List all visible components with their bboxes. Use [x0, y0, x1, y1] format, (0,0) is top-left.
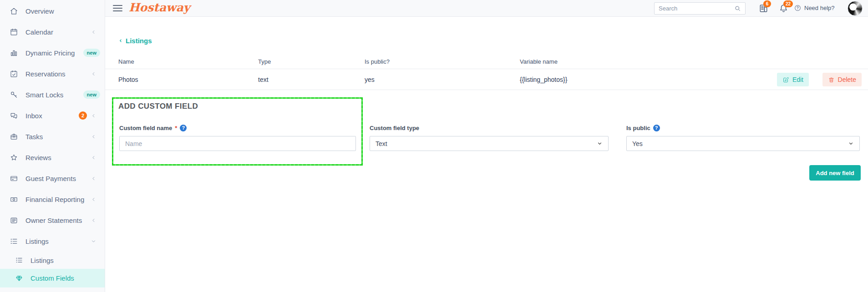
- help-circle-icon: [794, 4, 802, 12]
- chevron-left-icon[interactable]: [91, 134, 96, 140]
- sidebar-item-label: Tasks: [25, 133, 43, 141]
- sidebar-item-label: Dynamic Pricing: [25, 49, 75, 57]
- sidebar-item-custom-fields-sub[interactable]: Custom Fields: [0, 269, 105, 287]
- notifications-badge: 22: [783, 0, 793, 7]
- list-icon: [15, 256, 23, 264]
- building-icon-button[interactable]: 6: [758, 3, 769, 14]
- new-badge: new: [83, 91, 100, 99]
- sidebar-item-tasks[interactable]: Tasks: [0, 126, 105, 147]
- add-new-field-button[interactable]: Add new field: [809, 165, 861, 181]
- gem-icon: [15, 274, 23, 282]
- main-content: Listings Name Type Is public? Variable n…: [105, 17, 868, 292]
- search-input[interactable]: [655, 5, 734, 12]
- help-tooltip-icon[interactable]: ?: [180, 125, 187, 131]
- custom-field-type-label: Custom field type: [370, 124, 609, 131]
- building-badge: 6: [763, 0, 771, 7]
- sidebar-item-financial-reporting[interactable]: Financial Reporting: [0, 189, 105, 210]
- column-header-name: Name: [118, 58, 134, 65]
- sidebar-item-label: Owner Statements: [25, 216, 82, 224]
- sidebar-item-reservations[interactable]: Reservations: [0, 63, 105, 84]
- sidebar-item-label: Listings: [30, 257, 54, 264]
- sidebar-item-calendar[interactable]: Calendar: [0, 21, 105, 42]
- user-avatar[interactable]: [848, 1, 863, 16]
- delete-button[interactable]: Delete: [822, 73, 862, 86]
- sidebar-item-guest-payments[interactable]: Guest Payments: [0, 168, 105, 189]
- hamburger-menu-icon[interactable]: [113, 5, 122, 11]
- is-public-group: Is public ? Yes: [626, 124, 860, 151]
- sidebar-item-dynamic-pricing[interactable]: Dynamic Pricing new: [0, 42, 105, 63]
- sidebar-item-label: Overview: [25, 7, 54, 15]
- sidebar-item-label: Custom Fields: [30, 274, 74, 282]
- search-icon[interactable]: [734, 5, 741, 12]
- calendar-icon: [10, 28, 18, 36]
- column-header-is-public: Is public?: [365, 58, 390, 65]
- sidebar-item-label: Reviews: [25, 154, 51, 161]
- required-asterisk: *: [175, 125, 177, 131]
- chevron-down-icon: [597, 141, 603, 146]
- sidebar-item-label: Reservations: [25, 70, 66, 78]
- cell-is-public: yes: [365, 76, 375, 83]
- back-to-listings-link[interactable]: Listings: [118, 37, 152, 45]
- column-header-variable-name: Variable name: [520, 58, 558, 65]
- sidebar-item-inbox[interactable]: Inbox 2: [0, 105, 105, 126]
- list-icon: [10, 237, 18, 246]
- add-custom-field-title: ADD CUSTOM FIELD: [118, 102, 198, 111]
- table-row: Photos text yes {{listing_photos}} Edit …: [105, 69, 868, 90]
- chevron-down-icon: [848, 141, 854, 146]
- card-icon: [10, 174, 18, 183]
- chevron-left-icon[interactable]: [91, 217, 96, 223]
- delete-button-label: Delete: [838, 76, 856, 83]
- is-public-select[interactable]: Yes: [626, 136, 860, 151]
- selected-value: Text: [376, 140, 387, 147]
- topbar: Hostaway 6 22 Need help?: [105, 0, 868, 17]
- sidebar-item-overview[interactable]: Overview: [0, 0, 105, 21]
- chevron-left-icon[interactable]: [91, 113, 96, 119]
- star-icon: [10, 153, 18, 162]
- edit-pencil-icon: [782, 76, 789, 83]
- briefcase-icon: [10, 132, 18, 141]
- hostaway-logo[interactable]: Hostaway: [129, 1, 190, 14]
- unread-count-badge: 2: [79, 111, 87, 120]
- sidebar-item-reviews[interactable]: Reviews: [0, 147, 105, 168]
- cell-type: text: [258, 76, 269, 83]
- global-search: [654, 2, 746, 15]
- sidebar-item-owner-statements[interactable]: Owner Statements: [0, 210, 105, 231]
- custom-field-name-input[interactable]: [119, 136, 356, 151]
- back-link-label: Listings: [126, 37, 152, 45]
- sidebar-item-label: Smart Locks: [25, 91, 63, 99]
- need-help-button[interactable]: Need help?: [794, 4, 835, 12]
- chevron-left-icon[interactable]: [91, 71, 96, 77]
- custom-field-type-select[interactable]: Text: [370, 136, 609, 151]
- edit-button[interactable]: Edit: [777, 73, 809, 86]
- help-tooltip-icon[interactable]: ?: [653, 125, 660, 131]
- home-icon: [10, 7, 18, 15]
- chevron-down-icon[interactable]: [91, 238, 96, 244]
- sidebar-item-label: Financial Reporting: [25, 196, 84, 203]
- chevron-left-icon[interactable]: [91, 196, 96, 202]
- sidebar-item-listings-sub[interactable]: Listings: [0, 252, 105, 269]
- chevron-left-icon[interactable]: [91, 29, 96, 35]
- sidebar-item-label: Guest Payments: [25, 175, 76, 182]
- trash-icon: [828, 76, 835, 83]
- edit-button-label: Edit: [792, 76, 803, 83]
- column-header-type: Type: [258, 58, 271, 65]
- chevron-left-icon[interactable]: [91, 155, 96, 161]
- chevron-left-icon[interactable]: [91, 176, 96, 181]
- sidebar-item-listings[interactable]: Listings: [0, 231, 105, 252]
- sidebar-item-smart-locks[interactable]: Smart Locks new: [0, 84, 105, 105]
- sidebar-item-label: Inbox: [25, 112, 42, 120]
- custom-field-name-group: Custom field name * ?: [119, 124, 356, 151]
- custom-field-name-label: Custom field name * ?: [119, 124, 356, 131]
- money-icon: [10, 195, 18, 204]
- cell-variable-name: {{listing_photos}}: [520, 76, 567, 83]
- sidebar-item-label: Calendar: [25, 28, 53, 36]
- key-icon: [10, 91, 18, 99]
- cell-name: Photos: [118, 76, 138, 83]
- sidebar-nav: Overview Calendar Dynamic Pricing new Re…: [0, 0, 105, 292]
- notifications-button[interactable]: 22: [778, 3, 789, 14]
- is-public-label: Is public ?: [626, 124, 860, 131]
- custom-field-type-group: Custom field type Text: [370, 124, 609, 151]
- custom-fields-table-header: Name Type Is public? Variable name: [105, 55, 868, 69]
- chevron-left-icon: [118, 38, 123, 44]
- need-help-label: Need help?: [804, 5, 835, 11]
